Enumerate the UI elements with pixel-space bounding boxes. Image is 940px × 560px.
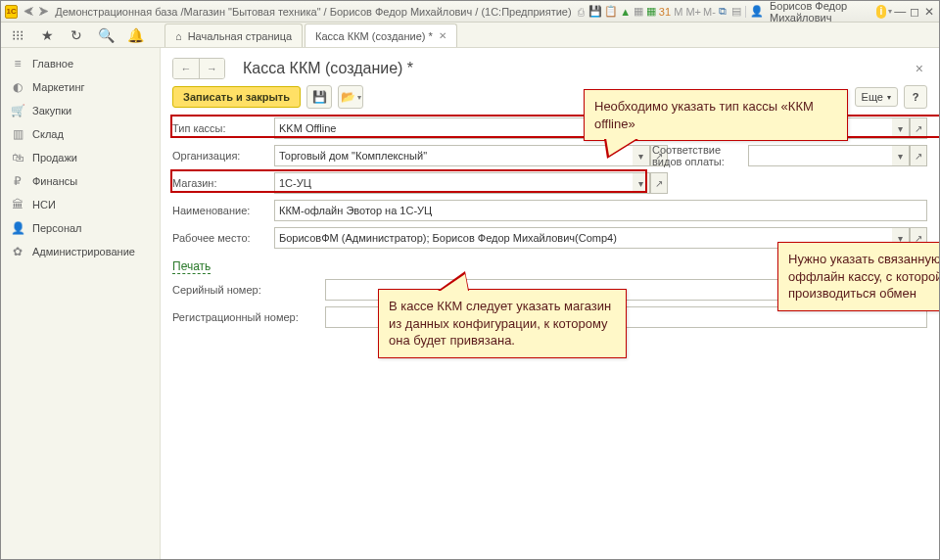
check-icon[interactable]: ▲: [620, 4, 631, 20]
sidebar-label: Продажи: [32, 152, 77, 163]
tab-bar: ⌂ Начальная страница Касса ККМ (создание…: [161, 23, 939, 47]
page-nav-row: ← → Касса ККМ (создание) * ×: [172, 58, 927, 79]
row-naimenovanie: Наименование:: [172, 199, 927, 222]
apps-icon[interactable]: ⁝⁝⁝: [7, 24, 28, 46]
mminus-icon[interactable]: M-: [703, 4, 716, 20]
callout-tail-icon: [604, 139, 638, 159]
sklad-icon: ▥: [11, 127, 24, 141]
open-button[interactable]: ↗: [650, 172, 668, 194]
magazin-label: Магазин:: [172, 177, 268, 189]
help-button[interactable]: ?: [904, 85, 927, 109]
sidebar-item-nsi[interactable]: 🏛НСИ: [1, 193, 160, 216]
bell-icon[interactable]: 🔔: [124, 24, 146, 46]
org-input[interactable]: [274, 145, 633, 166]
sidebar-item-prodazhi[interactable]: 🛍Продажи: [1, 146, 160, 169]
save-close-button[interactable]: Записать и закрыть: [172, 86, 301, 108]
titlebar: 1C ⮜ ⮞ Демонстрационная база /Магазин "Б…: [1, 1, 939, 23]
home-icon: ⌂: [175, 30, 182, 42]
serial-label: Серийный номер:: [172, 284, 319, 296]
open-button[interactable]: ↗: [910, 117, 927, 139]
naim-label: Наименование:: [172, 205, 268, 216]
cart-icon: 🛒: [11, 104, 24, 117]
finance-icon: ₽: [11, 174, 24, 188]
info-icon[interactable]: i: [876, 5, 886, 19]
page-back-button[interactable]: ←: [173, 59, 199, 78]
dropdown-button[interactable]: ▾: [892, 145, 910, 166]
naim-field: [274, 200, 927, 221]
sidebar-item-admin[interactable]: ✿Администрирование: [1, 240, 160, 263]
top-area: ⁝⁝⁝ ★ ↻ 🔍 🔔 ⌂ Начальная страница Касса К…: [1, 23, 939, 48]
sidebar-item-finansy[interactable]: ₽Финансы: [1, 169, 160, 193]
org-label: Организация:: [172, 150, 268, 162]
sidebar-item-glavnoe[interactable]: ≡Главное: [1, 52, 160, 75]
sidebar-item-marketing[interactable]: ◐Маркетинг: [1, 75, 160, 99]
tab-close-icon[interactable]: ✕: [439, 30, 446, 41]
tab-kassa[interactable]: Касса ККМ (создание) * ✕: [305, 23, 457, 47]
sidebar-label: НСИ: [32, 199, 56, 210]
titlebar-nav: ⮜ ⮞: [20, 6, 53, 18]
pechat-title[interactable]: Печать: [172, 259, 211, 274]
sidebar-item-personal[interactable]: 👤Персонал: [1, 216, 160, 240]
info-dd-icon[interactable]: ▾: [888, 7, 892, 16]
search-icon[interactable]: 🔍: [95, 24, 117, 46]
maximize-button[interactable]: ◻: [909, 5, 921, 19]
soot-field: ▾ ↗: [748, 145, 927, 166]
page-close-button[interactable]: ×: [912, 61, 927, 76]
sidebar-item-zakupki[interactable]: 🛒Закупки: [1, 99, 160, 122]
page-nav: ← →: [172, 58, 225, 79]
list-icon[interactable]: ▤: [730, 4, 741, 20]
window-icon[interactable]: ⧉: [718, 4, 728, 20]
tab-kassa-label: Касса ККМ (создание) *: [315, 30, 433, 42]
sidebar-item-sklad[interactable]: ▥Склад: [1, 122, 160, 146]
dropdown-button[interactable]: ▾: [633, 172, 650, 194]
save-icon[interactable]: 💾: [588, 4, 602, 20]
dropdown-button[interactable]: ▾: [892, 117, 910, 139]
tip-kassy-label: Тип кассы:: [172, 122, 268, 134]
clipboard-icon[interactable]: 📋: [604, 4, 618, 20]
folder-button[interactable]: 📂: [338, 85, 363, 109]
reg-label: Регистрационный номер:: [172, 311, 319, 323]
open-button[interactable]: ↗: [910, 145, 927, 166]
more-button[interactable]: Еще▾: [855, 87, 898, 107]
calc-icon[interactable]: ▦: [646, 4, 657, 20]
chevron-down-icon: ▾: [887, 93, 891, 102]
nav-back-icon[interactable]: ⮜: [24, 6, 34, 18]
minimize-button[interactable]: —: [894, 5, 907, 19]
top-icons: ⁝⁝⁝ ★ ↻ 🔍 🔔: [1, 23, 161, 47]
mplus-icon[interactable]: M+: [685, 4, 701, 20]
page-fwd-button[interactable]: →: [199, 59, 224, 78]
marketing-icon: ◐: [11, 80, 24, 94]
history-icon[interactable]: ↻: [66, 24, 87, 46]
admin-icon: ✿: [11, 245, 24, 258]
callout-tip-kassy: Необходимо указать тип кассы «ККМ offlin…: [584, 89, 848, 141]
soot-input[interactable]: [748, 145, 892, 166]
down-icon[interactable]: ▦: [633, 4, 643, 20]
logo-1c: 1C: [5, 5, 18, 19]
callout-tail-icon: [438, 271, 469, 291]
callout-magazin: В кассе ККМ следует указать магазин из д…: [378, 289, 627, 358]
sidebar-label: Закупки: [32, 105, 71, 117]
sidebar-label: Склад: [32, 128, 64, 140]
row-magazin: Магазин: ▾ ↗: [172, 171, 927, 195]
main: ≡Главное ◐Маркетинг 🛒Закупки ▥Склад 🛍Про…: [1, 48, 939, 559]
tab-home-label: Начальная страница: [188, 30, 292, 42]
rab-label: Рабочее место:: [172, 232, 268, 244]
nav-fwd-icon[interactable]: ⮞: [38, 6, 49, 18]
sidebar-label: Финансы: [32, 175, 77, 187]
star-icon[interactable]: ★: [36, 24, 58, 46]
row-soot: Соответствие видов оплаты: ▾ ↗: [652, 144, 927, 167]
sidebar-label: Маркетинг: [32, 81, 84, 93]
print-icon[interactable]: ⎙: [576, 4, 587, 20]
save-button[interactable]: 💾: [306, 85, 332, 109]
calendar-icon[interactable]: 31: [659, 4, 671, 20]
magazin-input[interactable]: [274, 172, 633, 194]
close-button[interactable]: ✕: [922, 5, 935, 19]
user-name: Борисов Федор Михайлович: [766, 0, 874, 23]
naim-input[interactable]: [274, 200, 927, 221]
more-label: Еще: [862, 91, 883, 103]
user-icon: 👤: [750, 4, 764, 20]
m-icon[interactable]: M: [673, 4, 683, 20]
magazin-field: ▾ ↗: [274, 172, 668, 194]
sidebar-label: Персонал: [32, 222, 82, 234]
tab-home[interactable]: ⌂ Начальная страница: [164, 23, 303, 47]
